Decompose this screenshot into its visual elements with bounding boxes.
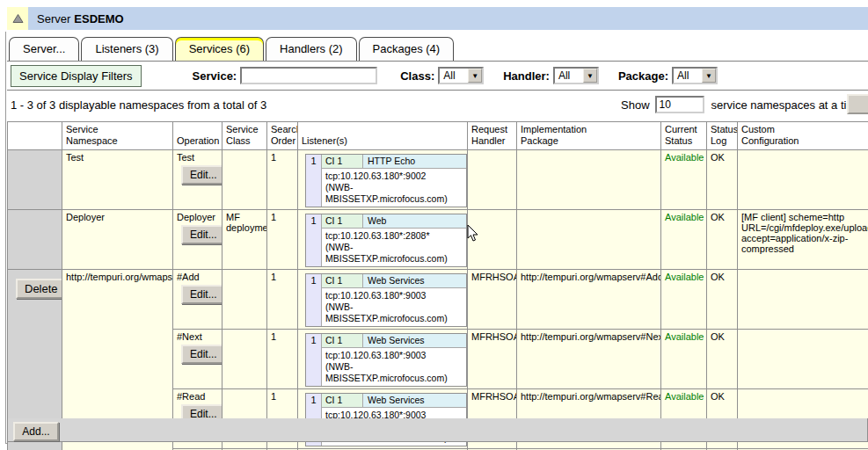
listener-address: tcp:10.120.63.180*:9003 [325, 290, 463, 301]
listener-address: tcp:10.120.63.180*:9002 [325, 171, 463, 182]
tab-server[interactable]: Server... [9, 37, 79, 61]
listener-index: 1 [306, 155, 322, 207]
show-label: Show [621, 98, 650, 112]
status-log-cell: OK [707, 210, 738, 270]
listener-group: CI 1 [322, 155, 363, 168]
col-header-implementation-package: ImplementationPackage [517, 122, 661, 150]
col-header-listeners: Listener(s) [298, 122, 468, 150]
listener-group: CI 1 [322, 334, 363, 347]
edit-button[interactable]: Edit... [181, 285, 222, 304]
status-log-cell: OK [707, 150, 738, 210]
class-filter-select[interactable]: All ▼ [438, 67, 484, 84]
col-header-request-handler: RequestHandler [468, 122, 517, 150]
tab-handlers[interactable]: Handlers (2) [266, 37, 357, 61]
table-row: Test Test Edit... 1 1 CI 1 HTTP Echo tc [8, 150, 868, 210]
implementation-package-cell: http://tempuri.org/wmapserv#Next [517, 330, 661, 389]
handler-filter-value: All [555, 69, 583, 82]
listeners-cell: 1 CI 1 Web Services tcp:10.120.63.180*:9… [298, 330, 468, 389]
implementation-package-cell [517, 210, 661, 270]
package-filter-select[interactable]: All ▼ [672, 67, 718, 84]
class-filter-value: All [440, 69, 468, 82]
search-order-cell: 1 [267, 270, 298, 330]
request-handler-cell [468, 150, 517, 210]
triangle-up-icon [12, 13, 24, 24]
show-count-input[interactable] [655, 96, 704, 113]
listener-host: (NWB-MBISSETXP.microfocus.com) [325, 301, 463, 324]
chevron-down-icon: ▼ [702, 69, 716, 83]
table-footer: Add... [7, 418, 868, 442]
listener-name: Web Services [363, 274, 466, 287]
service-filter-input[interactable] [240, 67, 377, 84]
search-order-cell: 1 [267, 150, 298, 210]
listener-host: (NWB-MBISSETXP.microfocus.com) [325, 361, 463, 384]
add-button[interactable]: Add... [13, 422, 59, 441]
filter-bar: Service Display Filters Service: Class: … [7, 61, 868, 91]
col-header-service-namespace: ServiceNamespace [62, 122, 173, 150]
namespace-count-summary: 1 - 3 of 3 displayable namespaces from a… [11, 98, 266, 112]
listener-host: (NWB-MBISSETXP.microfocus.com) [325, 242, 463, 265]
listener-name: Web Services [363, 394, 466, 407]
chevron-down-icon: ▼ [468, 69, 482, 83]
status-log-cell: OK [707, 270, 738, 330]
operation-name: #Read [177, 391, 205, 402]
pagination-row: 1 - 3 of 3 displayable namespaces from a… [7, 91, 868, 120]
operation-cell: #Next Edit... [173, 330, 222, 389]
service-class-cell: MF deployment [222, 210, 267, 270]
service-namespace-cell: Deployer [62, 210, 173, 270]
tab-packages[interactable]: Packages (4) [359, 37, 455, 61]
tab-services[interactable]: Services (6) [175, 37, 264, 61]
row-actions-cell [8, 210, 62, 270]
col-header-operation: Operation [173, 122, 222, 150]
chevron-down-icon: ▼ [583, 69, 597, 83]
operation-name: #Add [177, 272, 200, 282]
request-handler-cell: MFRHSOAP [468, 330, 517, 389]
listener-name: Web [363, 214, 466, 228]
search-order-cell: 1 [267, 210, 298, 270]
listener-index: 1 [306, 334, 322, 386]
table-header-row: ServiceNamespace Operation ServiceClass … [8, 122, 868, 150]
table-row: Deployer Deployer Edit... MF deployment … [8, 210, 868, 270]
apply-show-button[interactable] [847, 94, 868, 114]
class-filter-label: Class: [400, 69, 434, 83]
table-row: Delete http://tempuri.org/wmapserv #Add … [8, 270, 868, 330]
listeners-cell: 1 CI 1 HTTP Echo tcp:10.120.63.180*:9002… [298, 150, 468, 210]
listener-box: 1 CI 1 Web Services tcp:10.120.63.180*:9… [305, 273, 467, 327]
col-header-service-class: ServiceClass [222, 122, 267, 150]
col-header-search-order: SearchOrder [267, 122, 298, 150]
operation-name: Test [177, 152, 194, 163]
listener-box: 1 CI 1 HTTP Echo tcp:10.120.63.180*:9002… [305, 154, 467, 207]
listeners-cell: 1 CI 1 Web tcp:10.120.63.180*:2808* (NWB… [298, 210, 468, 270]
listener-index: 1 [306, 214, 322, 266]
listener-address: tcp:10.120.63.180*:2808* [325, 230, 463, 242]
collapse-toggle[interactable] [7, 7, 28, 30]
custom-configuration-cell [738, 150, 868, 210]
implementation-package-cell: http://tempuri.org/wmapserv#Add [517, 270, 661, 330]
listener-box: 1 CI 1 Web Services tcp:10.120.63.180*:9… [305, 333, 467, 387]
edit-button[interactable]: Edit... [181, 165, 222, 185]
services-table: ServiceNamespace Operation ServiceClass … [7, 121, 868, 450]
current-status-cell: Available [661, 330, 707, 389]
status-log-cell: OK [707, 330, 738, 389]
server-title-prefix: Server [37, 12, 70, 25]
implementation-package-cell [517, 150, 661, 210]
handler-filter-select[interactable]: All ▼ [553, 67, 599, 84]
custom-configuration-cell: [MF client] scheme=http URL=/cgi/mfdeplo… [738, 210, 868, 270]
listener-address: tcp:10.120.63.180*:9003 [325, 350, 463, 361]
row-actions-cell [8, 150, 62, 210]
operation-name: #Next [177, 331, 202, 342]
listener-index: 1 [306, 274, 322, 326]
listeners-cell: 1 CI 1 Web Services tcp:10.120.63.180*:9… [298, 270, 468, 330]
col-header-current-status: CurrentStatus [661, 122, 707, 150]
listener-name: HTTP Echo [363, 155, 466, 168]
edit-button[interactable]: Edit... [181, 225, 222, 244]
server-title: Server ESDEMO [28, 7, 868, 30]
delete-button[interactable]: Delete [16, 279, 62, 299]
operation-cell: #Add Edit... [173, 270, 222, 330]
operation-name: Deployer [177, 212, 215, 222]
listener-name: Web Services [363, 334, 466, 347]
edit-button[interactable]: Edit... [181, 345, 222, 364]
server-name: ESDEMO [74, 12, 123, 25]
service-class-cell [222, 330, 267, 389]
tab-listeners[interactable]: Listeners (3) [81, 37, 172, 61]
show-suffix: service namespaces at a time [711, 98, 863, 112]
